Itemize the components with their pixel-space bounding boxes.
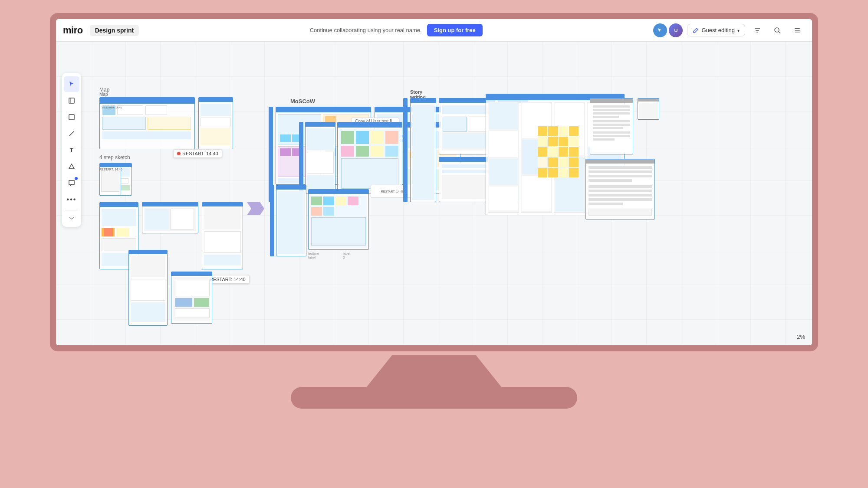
smf2-col2 (170, 209, 194, 229)
utmf-bottom (341, 158, 398, 189)
app-header: miro Design sprint Continue collaboratin… (56, 19, 812, 42)
utmf-s8 (385, 146, 398, 157)
expand-toolbar-button[interactable] (64, 213, 79, 223)
more-tools-button[interactable]: ••• (64, 192, 79, 207)
restart-text-2: RESTART: 14:40 (210, 277, 246, 282)
purple-arrow-icon (245, 198, 266, 219)
ltf-l4 (589, 179, 632, 182)
tdf-line2 (593, 109, 630, 111)
rcb-inner3 (443, 133, 491, 148)
shape-icon (68, 163, 75, 170)
frame-tool-button[interactable] (64, 109, 79, 125)
text-doc-frame (590, 98, 633, 154)
ys-5 (538, 137, 547, 146)
pen-tool-button[interactable] (64, 126, 79, 141)
utf1-c2 (307, 152, 334, 174)
rca-content (412, 105, 434, 200)
four-step-cluster: 4 step sketch (99, 154, 130, 163)
frc-c1-4 (489, 187, 518, 210)
sketch-right-frame (202, 202, 243, 269)
rcd-c1 (442, 164, 492, 168)
expand-icon (69, 216, 75, 220)
guest-editing-button[interactable]: Guest editing (687, 24, 745, 36)
utmf-s5 (341, 146, 354, 157)
svg-rect-7 (795, 32, 800, 33)
left-toolbar: T ••• (62, 73, 81, 227)
tdf-line5 (593, 120, 630, 122)
more-icon: ••• (67, 196, 77, 203)
sbf2-inner (175, 279, 210, 296)
text-tool-button[interactable]: T (64, 142, 79, 158)
ys-12 (569, 147, 579, 157)
slf1-c3 (102, 238, 136, 251)
note-tool-button[interactable] (64, 93, 79, 108)
frame-content-1 (102, 117, 146, 130)
text-icon: T (70, 147, 74, 154)
cursor-icon (68, 81, 75, 88)
utf1-header (306, 122, 335, 127)
chevron-down-icon (737, 27, 740, 33)
cbmf-bottom (311, 217, 366, 246)
ut-left-bar (299, 122, 303, 193)
center-bottom-label-1: bottom label (308, 252, 319, 259)
ltf-l2 (589, 170, 652, 173)
frame-right-content-2 (201, 118, 231, 126)
collab-text: Continue collaborating using your real n… (310, 27, 422, 33)
filter-icon (753, 26, 761, 34)
sbf2-header (171, 272, 212, 276)
moscow-label: MoSCoW (290, 98, 315, 105)
search-icon (773, 26, 781, 34)
comment-tool-button[interactable] (64, 175, 79, 191)
signup-button[interactable]: Sign up for free (427, 24, 483, 36)
cbmf-s5 (311, 207, 322, 216)
svg-rect-8 (69, 98, 74, 103)
frame-right-content-3 (201, 128, 231, 145)
tdf-line3 (593, 112, 630, 115)
cbmf-s1 (311, 197, 322, 205)
tdf-line7 (593, 127, 623, 129)
canvas-area[interactable]: T ••• (56, 42, 812, 345)
sketch-bottom-frame-2 (171, 272, 212, 324)
srf-c2 (204, 231, 241, 253)
slf1-sticky-red (104, 228, 113, 236)
shape-tool-button[interactable] (64, 159, 79, 174)
ltf-l7 (589, 194, 652, 197)
menu-button[interactable] (789, 23, 805, 38)
guest-editing-label: Guest editing (701, 27, 735, 33)
frc-c1-3 (489, 159, 518, 185)
ltf-l5 (589, 185, 652, 188)
arrow-shape (245, 198, 266, 219)
cbf1-header (276, 185, 306, 190)
collab-prompt: Continue collaborating using your real n… (139, 24, 653, 36)
rca-header (411, 98, 436, 103)
utmf-s4 (385, 131, 398, 144)
tdf-content (592, 105, 631, 152)
ys-4 (569, 126, 579, 136)
slf1-sticky-yellow (116, 228, 129, 236)
ys-7 (559, 137, 568, 146)
filter-button[interactable] (750, 23, 765, 38)
frame-right-content-1 (201, 104, 231, 116)
restart-badge-1: RESTART: 14:40 (173, 149, 222, 158)
ltf-frame (585, 159, 655, 219)
search-button[interactable] (769, 23, 785, 38)
cursor-tool-button[interactable] (64, 76, 79, 92)
sbf2-content (173, 277, 210, 321)
utf1-c1 (307, 128, 334, 150)
ys-2 (548, 126, 558, 136)
sbf1-c1 (131, 255, 165, 277)
svg-line-4 (779, 32, 780, 33)
ys-20 (569, 168, 579, 177)
menu-icon (793, 26, 801, 34)
sbf1-c3 (131, 302, 165, 322)
pen-icon (68, 130, 75, 137)
rcb-c2 (442, 116, 492, 151)
ys-18 (548, 168, 558, 177)
slf1-header (100, 203, 138, 207)
cbmf-header (309, 190, 368, 194)
pencil-icon (693, 27, 699, 33)
ltf-l3 (589, 175, 652, 177)
smf2-header (142, 203, 198, 206)
four-step-label: 4 step sketch (99, 154, 130, 160)
board-name[interactable]: Design sprint (90, 25, 139, 36)
